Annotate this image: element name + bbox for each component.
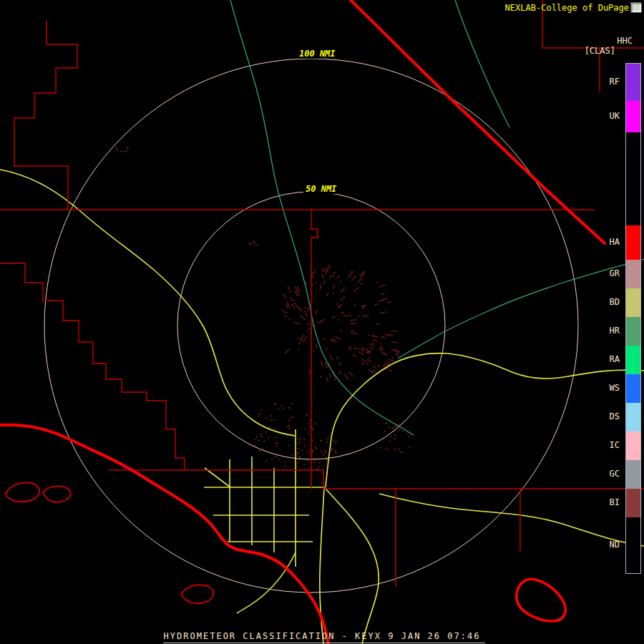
- county-boundary-line: [311, 210, 318, 489]
- radar-map: [0, 0, 644, 644]
- legend-label-bd: BD: [610, 296, 620, 308]
- radar-display: 100 NMI 50 NMI NEXLAB-College of DuPage …: [0, 0, 644, 644]
- legend-swatch-hr: [626, 317, 640, 346]
- legend-swatch-ic: [626, 431, 640, 460]
- legend-swatch-blank: [626, 132, 640, 225]
- interstate-layer: [0, 0, 605, 644]
- legend-label-bi: BI: [610, 497, 620, 508]
- product-code-label: HHC: [617, 36, 633, 46]
- legend-label-ic: IC: [610, 439, 620, 451]
- legend-label-gc: GC: [610, 468, 620, 479]
- road-layer: [0, 170, 644, 644]
- legend-label-ws: WS: [610, 382, 620, 394]
- lake-outline: [182, 585, 213, 603]
- header-title: NEXLAB-College of DuPage: [505, 3, 629, 13]
- road-line: [326, 353, 644, 487]
- legend-label-nd: ND: [610, 539, 620, 550]
- legend-swatch-ds: [626, 403, 640, 431]
- bottom-border-line: [163, 643, 485, 643]
- legend-label-ra: RA: [610, 353, 620, 365]
- legend-swatch-uk: [626, 101, 640, 132]
- river-line: [455, 0, 509, 127]
- product-class-label: [CLAS]: [585, 46, 615, 56]
- road-line: [205, 468, 230, 487]
- legend-swatch-bi: [626, 489, 640, 517]
- road-line: [324, 487, 379, 644]
- legend-swatch-gr: [626, 260, 640, 288]
- legend-label-hr: HR: [610, 325, 620, 336]
- product-title: HYDROMETEOR CLASSIFICATION - KEYX 9 JAN …: [164, 631, 481, 641]
- county-boundary-line: [0, 263, 185, 470]
- legend-label-ds: DS: [610, 411, 620, 422]
- legend-swatch-gc: [626, 460, 640, 489]
- legend-label-ha: HA: [610, 236, 620, 248]
- legend-swatch-bd: [626, 288, 640, 317]
- county-boundary-line: [109, 470, 323, 489]
- legend-label-gr: GR: [610, 268, 620, 279]
- road-line: [237, 552, 296, 613]
- interstate-line: [351, 0, 605, 243]
- legend-swatch-ra: [626, 346, 640, 374]
- legend-label-uk: UK: [610, 110, 620, 122]
- lake-outline: [6, 483, 39, 502]
- range-ring-label-50nmi: 50 NMI: [303, 184, 338, 194]
- legend-swatch-ws: [626, 374, 640, 403]
- legend-swatch-ha: [626, 225, 640, 260]
- legend-swatch-rf: [626, 64, 640, 101]
- radar-echoes: [115, 147, 410, 469]
- interstate-line: [0, 425, 328, 644]
- lake-outline: [43, 486, 71, 502]
- legend-swatch-nd: [626, 517, 640, 573]
- legend-label-rf: RF: [610, 76, 620, 87]
- island-outline: [517, 579, 566, 621]
- legend-bar: [625, 63, 641, 574]
- county-boundary-line: [14, 20, 77, 210]
- cod-logo-icon: [630, 2, 642, 13]
- range-ring-label-100nmi: 100 NMI: [297, 49, 338, 59]
- river-line: [230, 0, 414, 435]
